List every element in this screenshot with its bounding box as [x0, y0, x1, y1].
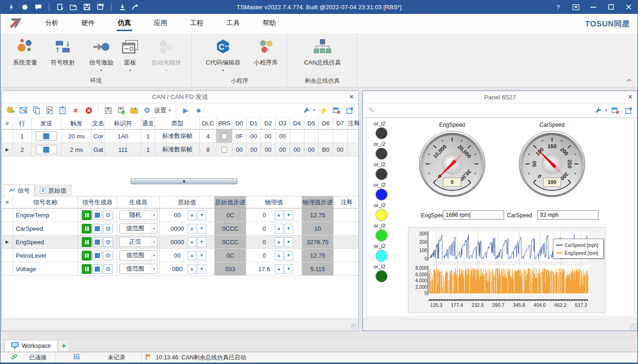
- dlc-cell[interactable]: 4: [200, 130, 217, 143]
- tab-raw-values[interactable]: # 原始值: [35, 185, 72, 196]
- menu-hardware[interactable]: 硬件: [79, 16, 97, 32]
- identifier-cell[interactable]: 111: [105, 143, 141, 156]
- step-up-button[interactable]: ▲: [188, 251, 197, 260]
- step-up-button[interactable]: ▲: [188, 264, 197, 274]
- edit-panel-icon[interactable]: ✎: [367, 106, 376, 115]
- data-byte-cell[interactable]: 00: [232, 143, 247, 156]
- save-icon[interactable]: [83, 3, 91, 11]
- panel-button[interactable]: 面板▾: [113, 36, 147, 73]
- identifier-cell[interactable]: 1A0: [105, 130, 141, 143]
- signal-name-cell[interactable]: EngSpeed: [13, 235, 78, 248]
- save-list-as-icon[interactable]: [117, 106, 125, 115]
- copy-icon[interactable]: [32, 106, 41, 115]
- settings-label[interactable]: 设置: [154, 106, 166, 115]
- signal-row[interactable]: PetrolLevel⚙值范围▾00▲▼0C0▲▼12.75: [2, 249, 358, 262]
- column-header[interactable]: 原始值: [160, 196, 215, 208]
- pause-generator-button[interactable]: [82, 237, 92, 247]
- menu-simulation[interactable]: 仿真: [116, 16, 133, 32]
- raw-value-cell-value[interactable]: 0B0: [168, 266, 187, 273]
- menu-project[interactable]: 工程: [188, 16, 205, 32]
- message-name-cell[interactable]: Gat: [92, 143, 105, 156]
- workspace-tab[interactable]: Workspace: [4, 340, 58, 351]
- physical-value-cell-value[interactable]: 0: [255, 252, 274, 259]
- can-bus-simulation-button[interactable]: CAN总线仿真: [300, 36, 345, 73]
- delete-all-icon[interactable]: [84, 106, 93, 115]
- step-up-button[interactable]: ▲: [188, 237, 197, 247]
- menu-help[interactable]: 帮助: [261, 16, 278, 32]
- pause-generator-button[interactable]: [82, 210, 92, 220]
- delete-icon[interactable]: ✕: [71, 106, 80, 115]
- stop-generator-button[interactable]: [92, 251, 102, 260]
- generator-type-dropdown[interactable]: 正弦▾: [119, 237, 158, 247]
- data-byte-cell[interactable]: 00: [261, 130, 276, 143]
- c-code-editor-button[interactable]: C++ C代码编辑器▾: [202, 36, 244, 73]
- column-header[interactable]: D4: [290, 117, 304, 129]
- generator-settings-button[interactable]: ⚙: [103, 210, 113, 220]
- comment-cell[interactable]: [334, 249, 360, 262]
- step-down-button[interactable]: ▼: [197, 224, 206, 234]
- ribbon-options-icon[interactable]: [567, 0, 585, 14]
- physical-step-cell[interactable]: 12.75: [302, 208, 334, 221]
- data-byte-cell[interactable]: 00: [290, 143, 304, 156]
- data-byte-cell[interactable]: [290, 130, 304, 143]
- brs-checkbox[interactable]: [221, 133, 227, 139]
- stop-generator-button[interactable]: [92, 210, 102, 220]
- comment-cell[interactable]: [334, 235, 360, 248]
- signal-row[interactable]: Voltage⚙值范围▾0B0▲▼03317.6▲▼5.115: [2, 262, 358, 276]
- raw-value-cell-value[interactable]: 00: [168, 252, 187, 259]
- column-header[interactable]: 行: [13, 117, 32, 129]
- recording-status[interactable]: 未记录: [55, 352, 142, 363]
- frame-type-cell[interactable]: 标准数据帧: [155, 130, 200, 143]
- connection-status[interactable]: 已连接: [0, 352, 55, 363]
- signal-name-cell[interactable]: EngineTemp: [13, 208, 78, 221]
- import-icon[interactable]: [118, 3, 126, 11]
- raw-step-cell[interactable]: 0C: [215, 208, 246, 221]
- settings-gear-icon[interactable]: ⚙: [143, 106, 151, 115]
- load-list-icon[interactable]: [130, 106, 138, 115]
- column-header[interactable]: D5: [304, 117, 319, 129]
- menu-analysis[interactable]: 分析: [43, 16, 60, 32]
- applet-library-button[interactable]: 小程序库: [248, 36, 284, 73]
- menu-application[interactable]: 应用: [152, 16, 169, 32]
- carspeed-readout-input[interactable]: 92 mph: [537, 210, 599, 220]
- wrench-caret-icon[interactable]: ▾: [313, 108, 315, 112]
- panel-title-bar[interactable]: Panel 6527 ✕: [363, 91, 637, 104]
- channel-cell[interactable]: 1: [141, 130, 155, 143]
- pause-generator-button[interactable]: [82, 264, 92, 274]
- close-button[interactable]: [620, 0, 638, 14]
- column-header[interactable]: 原始值步进: [215, 196, 246, 208]
- raw-value-cell-value[interactable]: 0000: [168, 239, 187, 246]
- data-byte-cell[interactable]: 00: [247, 143, 261, 156]
- message-row[interactable]: ▶22 msGat1111标准数据帧8000000000000B000: [2, 143, 358, 156]
- row-number-cell[interactable]: 2: [13, 143, 32, 156]
- generator-type-dropdown[interactable]: 值范围▾: [119, 223, 158, 234]
- raw-step-cell[interactable]: 0C: [215, 249, 246, 262]
- stop-generator-button[interactable]: [92, 224, 102, 234]
- column-header[interactable]: D2: [261, 117, 276, 129]
- data-byte-cell[interactable]: [304, 130, 319, 143]
- record-circle-icon[interactable]: [20, 3, 29, 11]
- column-header[interactable]: 物理值: [246, 196, 302, 208]
- stop-transmit-icon[interactable]: ■: [194, 106, 203, 115]
- trigger-flash-icon[interactable]: ⚡: [319, 106, 328, 115]
- column-header[interactable]: 通道: [141, 117, 155, 129]
- physical-value-cell-value[interactable]: 0: [255, 212, 274, 219]
- column-header[interactable]: D7: [333, 117, 348, 129]
- column-header[interactable]: 类型: [155, 117, 200, 129]
- column-header[interactable]: DLC: [200, 117, 217, 129]
- undock-panel-icon[interactable]: [624, 106, 633, 115]
- step-down-button[interactable]: ▼: [284, 264, 293, 274]
- pause-generator-button[interactable]: [82, 251, 92, 260]
- raw-step-cell[interactable]: 033: [215, 262, 246, 275]
- data-byte-cell[interactable]: 00: [276, 143, 290, 156]
- stop-generator-button[interactable]: [92, 264, 102, 274]
- open-file-icon[interactable]: [69, 3, 78, 11]
- chat-bubble-icon[interactable]: [34, 3, 42, 11]
- physical-step-cell[interactable]: 5.115: [302, 262, 334, 275]
- comment-cell[interactable]: [334, 208, 360, 221]
- step-down-button[interactable]: ▼: [284, 224, 293, 234]
- send-toggle-button[interactable]: [36, 131, 57, 141]
- settings-caret-icon[interactable]: ▾: [169, 108, 171, 112]
- physical-value-cell-value[interactable]: 0: [255, 225, 274, 232]
- column-header[interactable]: D0: [232, 117, 247, 129]
